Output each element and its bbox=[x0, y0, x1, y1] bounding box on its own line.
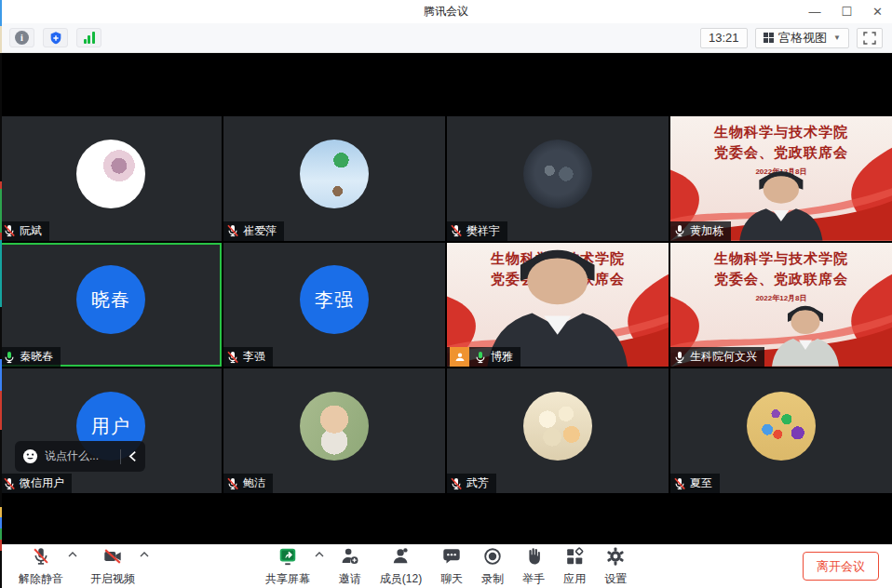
video-grid: 阮斌 崔爱萍 bbox=[0, 116, 892, 493]
toolbar-button-label: 共享屏幕 bbox=[265, 571, 310, 587]
participant-name: 李强 bbox=[243, 349, 265, 365]
participant-name: 鲍洁 bbox=[243, 475, 265, 491]
banner-line2: 党委会、党政联席会 bbox=[670, 144, 892, 162]
toolbar-button[interactable]: 设置 bbox=[601, 543, 630, 588]
security-button[interactable] bbox=[43, 28, 68, 47]
toolbar-button-label: 解除静音 bbox=[19, 571, 63, 587]
participant-name: 秦晓春 bbox=[20, 349, 53, 365]
toolbar-button[interactable]: 成员(12) bbox=[376, 543, 426, 588]
close-button[interactable]: ✕ bbox=[872, 6, 883, 18]
banner-line2: 党委会、党政联席会 bbox=[670, 271, 892, 288]
shield-plus-icon bbox=[48, 31, 63, 46]
bottom-toolbar: 解除静音 开启视频 共享屏幕 bbox=[0, 544, 892, 588]
participant-name-label: 阮斌 bbox=[0, 221, 49, 241]
emoji-icon[interactable] bbox=[22, 448, 38, 464]
participant-tile[interactable]: 生物科学与技术学院 党委会、党政联席会 2022年12月8日 bbox=[447, 243, 669, 368]
mic-status-icon bbox=[450, 224, 463, 237]
toolbar-button[interactable]: 解除静音 bbox=[15, 543, 67, 588]
chat-input-placeholder[interactable]: 说点什么... bbox=[45, 448, 114, 464]
toolbar-center-group: 共享屏幕 邀请 成员(12) 聊天 bbox=[262, 543, 630, 588]
participant-name: 黄加栋 bbox=[690, 223, 723, 239]
mic-muted-icon bbox=[31, 546, 51, 567]
settings-icon bbox=[605, 546, 626, 567]
initial-avatar: 李强 bbox=[300, 265, 369, 334]
toolbar-button[interactable]: 应用 bbox=[560, 543, 589, 588]
toolbar-button[interactable]: 开启视频 bbox=[87, 543, 139, 588]
chevron-up-icon[interactable] bbox=[68, 552, 77, 557]
participant-tile[interactable]: 夏至 bbox=[670, 368, 892, 493]
participant-name: 樊祥宇 bbox=[466, 223, 500, 239]
mic-status-icon bbox=[226, 351, 239, 364]
toolbar-button[interactable]: 录制 bbox=[478, 543, 507, 588]
meeting-time: 13:21 bbox=[709, 31, 739, 45]
maximize-button[interactable]: ☐ bbox=[841, 6, 852, 18]
participant-tile[interactable]: 用户 微信用户 说点什么... bbox=[0, 368, 222, 493]
host-badge bbox=[450, 347, 469, 367]
participant-tile[interactable]: 樊祥宇 bbox=[447, 116, 669, 241]
participant-name: 崔爱萍 bbox=[243, 223, 277, 239]
title-bar: 腾讯会议 — ☐ ✕ bbox=[0, 0, 892, 23]
mic-status-icon bbox=[450, 477, 463, 490]
participant-tile[interactable]: 生物科学与技术学院 党委会、党政联席会 2022年12月8日 bbox=[670, 116, 892, 241]
camera-off-icon bbox=[102, 546, 123, 567]
record-icon bbox=[482, 546, 503, 567]
desktop-edge-sliver bbox=[0, 0, 2, 588]
toolbar-button-label: 聊天 bbox=[440, 571, 463, 587]
leave-meeting-button[interactable]: 离开会议 bbox=[803, 552, 879, 581]
toolbar-button-label: 录制 bbox=[481, 571, 504, 587]
meeting-info-button[interactable]: i bbox=[9, 28, 34, 47]
network-status-button[interactable] bbox=[76, 28, 101, 47]
mic-status-icon bbox=[673, 351, 686, 364]
collapse-left-icon[interactable] bbox=[128, 450, 138, 462]
participant-name-label: 微信用户 bbox=[0, 474, 72, 493]
toolbar-button[interactable]: 聊天 bbox=[437, 543, 466, 588]
participant-name-label: 樊祥宇 bbox=[447, 221, 507, 241]
info-icon: i bbox=[15, 31, 29, 45]
initial-avatar: 晓春 bbox=[76, 265, 145, 334]
participant-tile[interactable]: 武芳 bbox=[447, 368, 669, 493]
participant-name: 博雅 bbox=[491, 349, 513, 365]
toolbar-button-label: 举手 bbox=[522, 571, 545, 587]
participant-tile[interactable]: 晓春 秦晓春 bbox=[0, 243, 222, 368]
share-screen-icon bbox=[277, 546, 298, 567]
toolbar-button[interactable]: 共享屏幕 bbox=[262, 543, 314, 588]
video-stage: 阮斌 崔爱萍 bbox=[0, 53, 892, 544]
participant-name-label: 武芳 bbox=[447, 474, 496, 493]
participant-name: 夏至 bbox=[690, 475, 712, 491]
participant-tile[interactable]: 阮斌 bbox=[0, 116, 222, 241]
chevron-up-icon[interactable] bbox=[315, 552, 324, 557]
mic-status-icon bbox=[3, 224, 16, 237]
toolbar-button[interactable]: 举手 bbox=[519, 543, 548, 588]
banner-line1: 生物科学与技术学院 bbox=[670, 124, 892, 141]
toolbar-button[interactable]: 邀请 bbox=[335, 543, 365, 588]
mic-status-icon bbox=[226, 224, 239, 237]
grid-view-icon bbox=[764, 33, 775, 44]
mic-status-icon bbox=[3, 477, 16, 490]
participant-name-label: 博雅 bbox=[447, 347, 520, 367]
fullscreen-icon bbox=[863, 32, 876, 45]
sky-avatar bbox=[300, 140, 369, 208]
status-icons: i bbox=[9, 28, 101, 47]
participant-name-label: 崔爱萍 bbox=[223, 221, 284, 241]
toolbar-button-label: 设置 bbox=[604, 571, 627, 587]
toolbar-button-label: 成员(12) bbox=[380, 571, 422, 587]
window-title: 腾讯会议 bbox=[0, 4, 892, 20]
chevron-up-icon[interactable] bbox=[140, 552, 149, 557]
invite-icon bbox=[340, 546, 360, 567]
chat-icon bbox=[441, 546, 462, 567]
mic-status-icon bbox=[673, 224, 686, 237]
fullscreen-button[interactable] bbox=[857, 28, 883, 48]
meeting-top-bar: i 13:21 宫格视图 ▼ bbox=[0, 23, 892, 53]
participant-name-label: 夏至 bbox=[670, 474, 720, 493]
view-mode-selector[interactable]: 宫格视图 ▼ bbox=[755, 28, 849, 48]
participant-tile[interactable]: 生物科学与技术学院 党委会、党政联席会 2022年12月8日 bbox=[670, 243, 892, 368]
rabbit-avatar bbox=[76, 140, 145, 208]
participant-tile[interactable]: 崔爱萍 bbox=[223, 116, 445, 241]
participant-tile[interactable]: 李强 李强 bbox=[223, 243, 445, 368]
minimize-button[interactable]: — bbox=[808, 6, 820, 18]
action-avatar bbox=[523, 140, 592, 208]
chat-quick-input[interactable]: 说点什么... bbox=[15, 441, 145, 472]
participant-name-label: 秦晓春 bbox=[0, 347, 61, 367]
beads-avatar bbox=[747, 392, 816, 461]
participant-tile[interactable]: 鲍洁 bbox=[223, 368, 445, 493]
